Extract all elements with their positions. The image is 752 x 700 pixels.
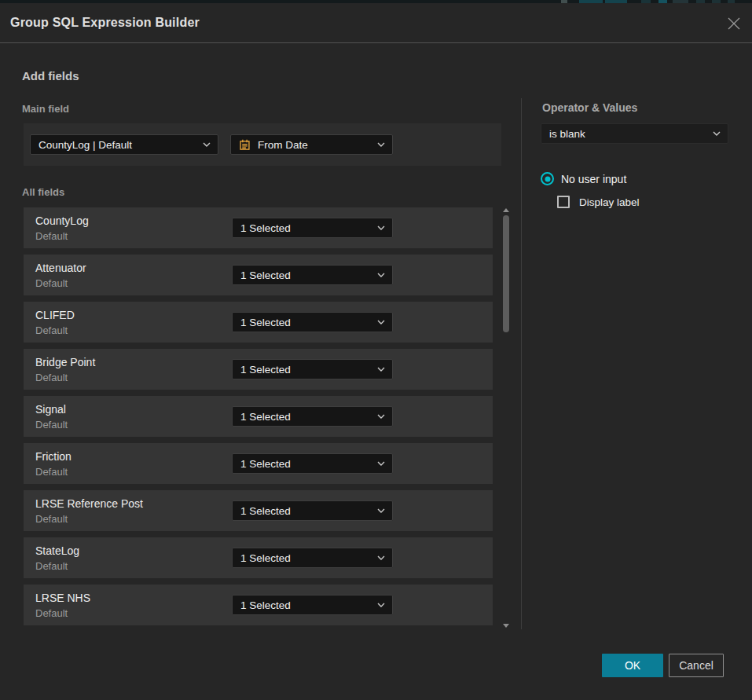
scrollbar-thumb[interactable] xyxy=(503,215,509,332)
no-user-input-label: No user input xyxy=(561,173,626,185)
field-subtitle: Default xyxy=(35,607,68,619)
ok-button[interactable]: OK xyxy=(602,654,663,677)
field-row: Bridge Point Default 1 Selected xyxy=(24,349,493,390)
scrollbar-down-arrow[interactable] xyxy=(503,624,509,628)
field-subtitle: Default xyxy=(35,560,68,572)
no-user-input-radio[interactable] xyxy=(541,172,554,185)
field-name: CLIFED xyxy=(35,309,75,321)
cancel-button[interactable]: Cancel xyxy=(669,654,724,677)
dialog-header: Group SQL Expression Builder xyxy=(0,3,752,43)
field-name: Attenuator xyxy=(35,262,86,274)
field-row: Friction Default 1 Selected xyxy=(24,443,493,484)
dialog-title: Group SQL Expression Builder xyxy=(10,16,200,30)
no-user-input-option: No user input xyxy=(541,172,626,185)
field-name: Signal xyxy=(35,403,66,416)
field-selection-value: 1 Selected xyxy=(240,364,291,376)
field-selection-dropdown[interactable]: 1 Selected xyxy=(232,218,393,238)
field-row: Attenuator Default 1 Selected xyxy=(24,255,493,295)
field-row: LRSE NHS Default 1 Selected xyxy=(24,585,493,625)
main-field-date-value: From Date xyxy=(258,139,308,151)
field-selection-dropdown[interactable]: 1 Selected xyxy=(232,265,393,285)
field-selection-value: 1 Selected xyxy=(240,222,291,234)
all-fields-label: All fields xyxy=(22,186,64,198)
operator-values-heading: Operator & Values xyxy=(542,101,637,114)
field-selection-dropdown[interactable]: 1 Selected xyxy=(232,500,393,521)
field-subtitle: Default xyxy=(35,466,68,478)
field-selection-dropdown[interactable]: 1 Selected xyxy=(232,548,393,568)
main-field-panel: CountyLog | Default From Date xyxy=(24,123,501,166)
field-selection-dropdown[interactable]: 1 Selected xyxy=(232,453,393,474)
field-subtitle: Default xyxy=(35,419,68,431)
field-selection-value: 1 Selected xyxy=(240,269,291,281)
group-sql-expression-builder-dialog: Group SQL Expression Builder Add fields … xyxy=(0,3,752,700)
field-row: CountyLog Default 1 Selected xyxy=(24,207,493,248)
field-row: CLIFED Default 1 Selected xyxy=(24,302,493,343)
display-label-text: Display label xyxy=(579,196,640,208)
radio-selected-dot xyxy=(545,176,550,181)
field-selection-value: 1 Selected xyxy=(240,458,291,470)
scrollbar-up-arrow[interactable] xyxy=(503,208,509,212)
all-fields-list: CountyLog Default 1 Selected Attenuator … xyxy=(24,207,493,632)
main-field-source-dropdown[interactable]: CountyLog | Default xyxy=(30,134,218,155)
add-fields-heading: Add fields xyxy=(22,69,79,82)
field-selection-value: 1 Selected xyxy=(240,552,291,564)
field-name: Bridge Point xyxy=(35,356,95,368)
field-name: Friction xyxy=(35,450,72,463)
field-selection-dropdown[interactable]: 1 Selected xyxy=(232,406,393,427)
field-subtitle: Default xyxy=(35,372,68,383)
field-subtitle: Default xyxy=(35,324,68,336)
panel-divider xyxy=(521,98,522,629)
field-subtitle: Default xyxy=(35,513,68,525)
field-name: StateLog xyxy=(35,544,79,557)
field-selection-dropdown[interactable]: 1 Selected xyxy=(232,595,393,615)
close-icon[interactable] xyxy=(727,16,741,31)
display-label-checkbox[interactable] xyxy=(557,196,570,208)
field-name: LRSE NHS xyxy=(35,592,90,604)
calendar-icon xyxy=(239,139,251,151)
field-row: LRSE Reference Post Default 1 Selected xyxy=(24,490,493,531)
main-field-label: Main field xyxy=(22,103,69,115)
field-selection-value: 1 Selected xyxy=(240,317,291,328)
field-subtitle: Default xyxy=(35,230,68,242)
field-row: Signal Default 1 Selected xyxy=(24,396,493,437)
main-field-source-value: CountyLog | Default xyxy=(39,139,132,151)
field-name: CountyLog xyxy=(35,214,89,227)
field-row: StateLog Default 1 Selected xyxy=(24,537,493,578)
field-subtitle: Default xyxy=(35,277,68,289)
field-selection-dropdown[interactable]: 1 Selected xyxy=(232,312,393,332)
operator-dropdown[interactable]: is blank xyxy=(541,123,728,144)
field-selection-value: 1 Selected xyxy=(240,599,291,611)
display-label-option: Display label xyxy=(557,196,640,208)
field-selection-value: 1 Selected xyxy=(240,411,291,423)
field-selection-dropdown[interactable]: 1 Selected xyxy=(232,359,393,379)
operator-value: is blank xyxy=(549,128,585,140)
field-selection-value: 1 Selected xyxy=(240,505,291,517)
field-name: LRSE Reference Post xyxy=(35,497,143,510)
main-field-date-dropdown[interactable]: From Date xyxy=(230,134,393,155)
